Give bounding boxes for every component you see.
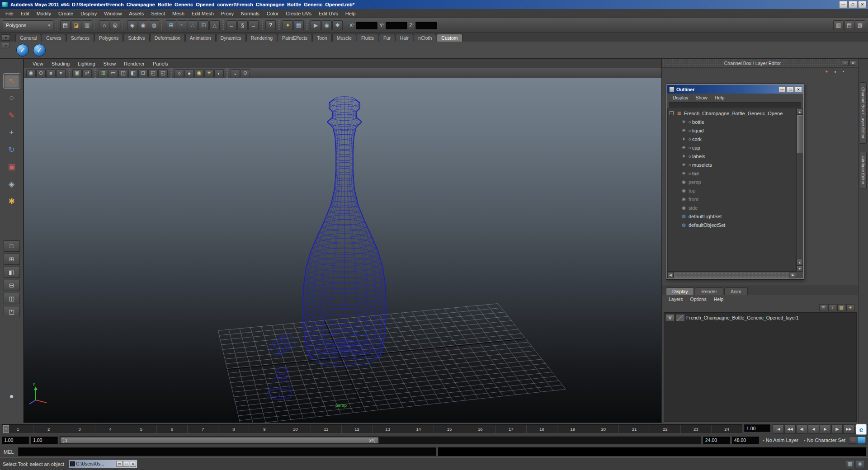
scene-grid-status-icon[interactable]: ▦ [846,460,854,468]
shelf-tab-fluids[interactable]: Fluids [357,34,378,42]
menu-edit-mesh[interactable]: Edit Mesh [188,9,217,18]
select-camera-icon[interactable]: ◉ [26,69,36,77]
outliner-item-labels[interactable]: ✳olabels [668,152,796,160]
timeline-frame-14[interactable]: 14 [403,425,434,433]
outliner-horizontal-scrollbar[interactable]: ◀ ▶ [667,272,796,278]
new-scene-icon[interactable]: ▤ [60,20,71,30]
sidebar-tab-attribute-editor[interactable]: Attribute Editor [860,151,867,189]
playback-start-field[interactable]: 1.00 [31,437,58,444]
persp-outliner-layout-button[interactable]: ◧ [4,267,20,278]
toolbar-grip[interactable] [94,20,97,31]
step-forward-key-button[interactable]: ▶▶ [843,424,854,434]
outliner-item-persp[interactable]: ◉persp [668,178,796,186]
shelf-tab-toon[interactable]: Toon [312,34,332,42]
2d-pan-zoom-icon[interactable]: ⇄ [82,69,92,77]
timeline-frame-20[interactable]: 20 [588,425,618,433]
timeline-frame-18[interactable]: 18 [526,425,557,433]
panel-menu-renderer[interactable]: Renderer [120,60,149,68]
timeline-frame-10[interactable]: 10 [280,425,311,433]
persp-graph-layout-button[interactable]: ⊟ [4,280,20,291]
dag-sphere-status-icon[interactable]: ◉ [856,460,864,468]
channel-dropoff-icon[interactable]: ◔ [840,69,846,75]
shelf-tab-general[interactable]: General [15,34,41,42]
panel-popout-icon[interactable]: ▫ [842,60,849,66]
channel-manipulator-icon[interactable]: + [823,69,830,75]
scale-tool[interactable]: ▣ [3,159,20,174]
timeline-frame-23[interactable]: 23 [680,425,711,433]
current-frame-field[interactable]: 1.00 [744,424,770,432]
toggle-channel-box-icon[interactable]: ▥ [833,20,844,30]
outliner-menu-help[interactable]: Help [711,94,728,101]
shelf-tab-fur[interactable]: Fur [379,34,395,42]
select-tool[interactable]: ↖ [3,73,20,89]
command-input-field[interactable] [18,447,436,456]
tray-app-icon[interactable]: e [856,424,867,435]
toolbar-grip[interactable] [55,20,58,31]
four-pane-layout-button[interactable]: ⊞ [4,254,20,265]
camera-attributes-icon[interactable]: ≡ [46,69,56,77]
menu-edit[interactable]: Edit [17,9,33,18]
menu-proxy[interactable]: Proxy [217,9,237,18]
input-connections-icon[interactable]: ← [226,20,237,30]
menu-create[interactable]: Create [55,9,77,18]
toolbar-grip[interactable] [170,68,173,79]
snap-to-curve-icon[interactable]: ≈ [177,20,187,30]
outliner-item-front[interactable]: ◉front [668,195,796,203]
textured-mode-icon[interactable]: ◉ [194,69,204,77]
layer-color-swatch[interactable] [676,314,685,321]
shelf-tab-menu-icon[interactable]: ▾ [2,34,10,41]
timeline-frame-6[interactable]: 6 [156,425,187,433]
safe-title-icon[interactable]: ◱ [158,69,168,77]
sphere-tool-icon[interactable]: ● [3,389,20,404]
ipr-render-icon[interactable]: ◉ [321,20,332,30]
shelf-tab-polygons[interactable]: Polygons [94,34,123,42]
outliner-item-cap[interactable]: ✳ocap [668,143,796,152]
resolution-gate-icon[interactable]: ◫ [118,69,128,77]
outliner-minimize-button[interactable]: — [778,86,786,93]
select-hierarchy-icon[interactable]: ⌂ [99,20,109,30]
step-back-frame-button[interactable]: ◀| [796,424,807,434]
scroll-down-icon[interactable]: ▼ [797,265,803,272]
single-pane-layout-button[interactable]: □ [4,240,20,252]
layer-tab-render[interactable]: Render [695,287,723,295]
shelf-tab-curves[interactable]: Curves [42,34,66,42]
timeline-frame-12[interactable]: 12 [341,425,372,433]
toolbar-grip[interactable] [94,68,97,79]
layer-name[interactable]: French_Champagne_Bottle_Generic_Opened_l… [686,315,799,320]
toolbar-grip[interactable] [278,20,281,31]
highlight-selection-icon[interactable]: ◍ [149,20,159,30]
menu-edit-uvs[interactable]: Edit UVs [315,9,342,18]
rotate-tool[interactable]: ↻ [3,142,20,157]
timeline-frame-15[interactable]: 15 [434,425,464,433]
layer-tab-display[interactable]: Display [666,287,694,295]
outliner-close-button[interactable]: ✕ [795,86,802,93]
timeline-frame-5[interactable]: 5 [126,425,156,433]
custom-shelf-item-2[interactable]: ✓ [33,44,46,56]
universal-manipulator-tool[interactable]: ◈ [3,176,20,192]
timeline-frame-9[interactable]: 9 [249,425,279,433]
miniwin-restore-button[interactable]: ▭ [116,461,123,467]
coord-input-x[interactable] [356,22,377,29]
save-scene-icon[interactable]: ▥ [82,20,92,30]
timeline-frame-21[interactable]: 21 [618,425,649,433]
panel-menu-view[interactable]: View [28,60,47,68]
menu-assets[interactable]: Assets [125,9,147,18]
shelf-tab-painteffects[interactable]: PaintEffects [278,34,312,42]
shelf-tab-muscle[interactable]: Muscle [332,34,356,42]
play-forwards-button[interactable]: ▶ [820,424,831,434]
select-object-icon[interactable]: ◎ [110,20,120,30]
timeline-frame-16[interactable]: 16 [465,425,495,433]
shelf-tab-subdivs[interactable]: Subdivs [123,34,149,42]
image-plane-icon[interactable]: ▣ [72,69,82,77]
timeline-frame-24[interactable]: 24 [711,425,742,433]
layer-menu-options[interactable]: Options [687,296,710,303]
play-backwards-button[interactable]: ◀ [808,424,819,434]
range-handle-right-grip[interactable] [374,438,376,443]
menu-help[interactable]: Help [342,9,359,18]
outliner-item-defaultlightset[interactable]: ◍defaultLightSet [668,212,796,221]
modeling-toggle-icon[interactable]: ▦ [293,20,304,30]
expand-toggle-icon[interactable]: − [670,111,674,115]
outliner-item-muselets[interactable]: ✳omuselets [668,160,796,169]
go-to-start-button[interactable]: |◀ [773,424,784,434]
construction-history-icon[interactable]: § [237,20,248,30]
